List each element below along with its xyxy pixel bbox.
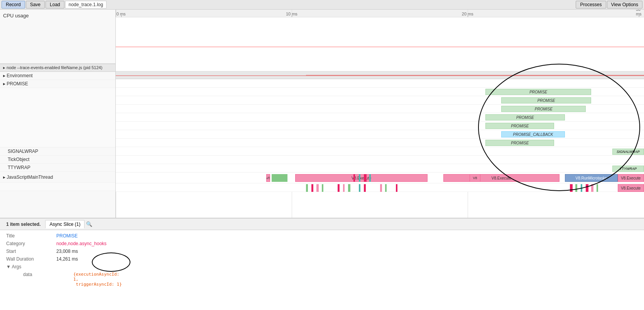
title-label: Title <box>6 233 56 239</box>
thread-item-main-thread[interactable]: ▸ JavaScriptMainThread <box>0 172 115 183</box>
time-mark-20ms: 20 ms <box>462 12 473 16</box>
track-tickobject <box>116 156 644 164</box>
time-mark-0ms: 0 ms <box>117 12 126 16</box>
track-promise-0[interactable]: PROMISE <box>116 88 644 96</box>
time-mark-10ms: 10 ms <box>286 12 297 16</box>
detail-wall-duration: Wall Duration 14,261 ms <box>0 256 644 263</box>
track-promise-5[interactable]: PROMISE <box>116 139 644 147</box>
record-button[interactable]: Record <box>2 1 25 8</box>
detail-title: Title PROMISE <box>0 232 644 240</box>
bottom-panel: 1 item selected. Async Slice (1) 🔍 Title… <box>0 218 644 310</box>
track-jsmt-row2: V8.Execute <box>116 183 644 192</box>
wall-duration-label: Wall Duration <box>6 256 56 262</box>
thread-item-main-thread-sub <box>0 183 115 191</box>
detail-start: Start 23,008 ms <box>0 248 644 256</box>
track-signalwrap: SIGNALWRAP <box>116 147 644 156</box>
track-promise-3[interactable]: PROMISE <box>116 113 644 122</box>
main-container: CPU usage ▸ node --trace-events-enabled … <box>0 10 644 310</box>
detail-category: Category node,node.async_hooks <box>0 240 644 248</box>
track-promise-2[interactable]: PROMISE <box>116 105 644 113</box>
view-options-button[interactable]: View Options <box>607 1 642 8</box>
title-value: PROMISE <box>56 233 78 239</box>
args-label: Args <box>12 264 22 269</box>
track-ttywrap: TTYWRAP <box>116 164 644 173</box>
wall-duration-value: 14,261 ms <box>56 256 78 262</box>
track-jsmt-row1: V8 V8.Execute V8.Execute V8 V8.RunMicro <box>116 173 644 183</box>
thread-item-environment[interactable]: ▸ Environment <box>0 72 115 80</box>
args-chevron-icon: ▼ <box>6 264 12 269</box>
category-label: Category <box>6 241 56 246</box>
processes-button[interactable]: Processes <box>576 1 606 8</box>
track-promise-callback[interactable]: PROMISE_CALLBACK <box>116 130 644 139</box>
thread-item-ttywrap[interactable]: TTYWRAP <box>0 164 115 172</box>
process-header[interactable]: ▸ node --trace-events-enabled fileName.j… <box>0 64 115 72</box>
details-table: Title PROMISE Category node,node.async_h… <box>0 230 644 290</box>
thread-list: ▸ Environment ▸ PROMISE SIGNALWRAP TickO… <box>0 72 115 218</box>
thread-item-promise[interactable]: ▸ PROMISE <box>0 80 115 88</box>
toolbar: Record Save Load node_trace.1.log Proces… <box>0 0 644 10</box>
left-panel: CPU usage ▸ node --trace-events-enabled … <box>0 10 116 218</box>
track-environment <box>116 79 644 88</box>
filename-display: node_trace.1.log <box>65 1 106 8</box>
time-ruler: 0 ms 10 ms 20 ms 30 ms <box>116 10 644 17</box>
thread-item-tickobject[interactable]: TickObject <box>0 156 115 164</box>
start-label: Start <box>6 249 56 254</box>
time-mark-30ms: 30 ms <box>636 10 642 16</box>
timeline-tracks: PROMISE PROMISE PROMISE PROMISE PROMISE … <box>116 17 644 218</box>
args-data-row: data {executionAsyncId: 1, triggerAsyncI… <box>0 271 644 288</box>
right-panel: 0 ms 10 ms 20 ms 30 ms <box>116 10 644 218</box>
args-row: ▼ Args <box>0 263 644 271</box>
thread-item-signalwrap[interactable]: SIGNALWRAP <box>0 147 115 156</box>
bottom-tabs: 1 item selected. Async Slice (1) 🔍 <box>0 219 644 230</box>
save-button[interactable]: Save <box>26 1 45 8</box>
args-data-value: {executionAsyncId: 1, triggerAsyncId: 1} <box>73 272 122 287</box>
process-track-header <box>116 71 644 79</box>
cpu-track <box>116 17 644 71</box>
args-data-label: data <box>23 272 73 277</box>
track-promise-1[interactable]: PROMISE <box>116 96 644 105</box>
tab-async-slice[interactable]: Async Slice (1) <box>45 220 85 229</box>
track-promise-4[interactable]: PROMISE <box>116 122 644 130</box>
load-button[interactable]: Load <box>46 1 64 8</box>
item-selected-label: 1 item selected. <box>3 222 44 227</box>
search-icon[interactable]: 🔍 <box>86 221 92 227</box>
start-value: 23,008 ms <box>56 249 78 254</box>
trace-area: CPU usage ▸ node --trace-events-enabled … <box>0 10 644 218</box>
cpu-usage-label: CPU usage <box>0 10 115 64</box>
category-value: node,node.async_hooks <box>56 241 106 246</box>
